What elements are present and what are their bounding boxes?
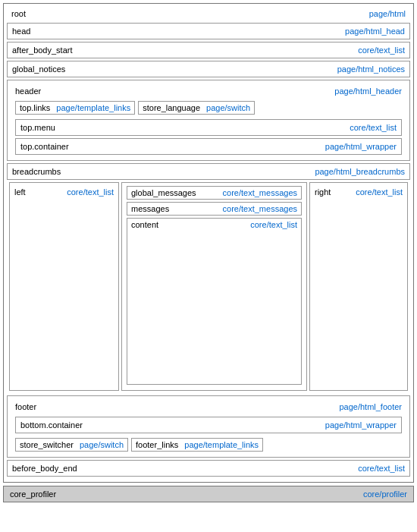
messages-type: core/text_messages [223,204,297,213]
after-body-start-type: core/text_list [358,46,405,55]
core-profiler-bar: core_profiler core/profiler [3,486,414,502]
head-block: head page/html_head [7,23,410,39]
global-messages-label: global_messages [131,188,196,197]
content-label: content [131,220,158,229]
store-switcher-label: store_switcher [20,440,74,449]
footer-label: footer [15,402,36,411]
left-col: left core/text_list [9,182,119,391]
bottom-container-block: bottom.container page/html_wrapper [15,417,402,433]
store-language-type: page/switch [206,103,250,112]
root-container: root page/html_head page/html head page/… [3,3,414,483]
bottom-container-type: page/html_wrapper [325,420,397,430]
global-notices-type: page/html_notices [337,65,405,74]
top-container-block: top.container page/html_wrapper [15,138,402,155]
breadcrumbs-label: breadcrumbs [12,167,61,176]
top-container-label: top.container [20,142,69,151]
root-label: root [11,9,26,18]
global-notices-block: global_notices page/html_notices [7,61,410,77]
head-type: page/html_head [345,27,405,36]
header-block: header page/html_header top.links page/t… [7,80,410,161]
content-type: core/text_list [250,220,297,229]
messages-block: messages core/text_messages [127,202,302,216]
breadcrumbs-type: page/html_breadcrumbs [315,167,405,176]
store-language-label: store_language [143,103,200,112]
top-menu-block: top.menu core/text_list [15,119,402,136]
core-profiler-type: core/profiler [363,490,407,499]
footer-links-label: footer_links [136,440,178,449]
global-notices-label: global_notices [12,65,65,74]
before-body-end-type: core/text_list [358,464,405,473]
three-col-layout: left core/text_list global_messages core… [7,182,410,393]
right-col-label: right [315,187,331,197]
store-language-block: store_language page/switch [138,101,255,115]
before-body-end-block: before_body_end core/text_list [7,460,410,477]
left-col-label: left [14,187,26,197]
footer-links-block: footer_links page/template_links [131,438,263,452]
after-body-start-block: after_body_start core/text_list [7,42,410,58]
global-messages-block: global_messages core/text_messages [127,186,302,200]
content-block: content core/text_list [127,218,302,385]
top-links-type: page/template_links [56,103,130,112]
top-links-block: top.links page/template_links [15,101,135,115]
top-links-label: top.links [20,103,50,112]
after-body-start-label: after_body_start [12,46,73,55]
core-profiler-label: core_profiler [10,490,56,499]
bottom-container-label: bottom.container [20,420,83,430]
header-label: header [15,87,41,96]
before-body-end-label: before_body_end [12,464,77,473]
left-col-type: core/text_list [67,187,114,197]
top-menu-label: top.menu [20,123,55,132]
footer-type: page/html_footer [339,402,402,411]
top-menu-type: core/text_list [350,123,397,132]
middle-col: global_messages core/text_messages messa… [121,182,307,391]
footer-block: footer page/html_footer bottom.container… [7,395,410,458]
store-switcher-type: page/switch [80,440,124,449]
header-type: page/html_header [334,87,402,96]
breadcrumbs-block: breadcrumbs page/html_breadcrumbs [7,163,410,180]
messages-label: messages [131,204,169,213]
root-label-row: root page/html_head page/html [7,7,410,20]
footer-links-type: page/template_links [184,440,259,449]
root-type-display: page/html [369,9,406,18]
global-messages-type: core/text_messages [223,188,297,197]
store-switcher-block: store_switcher page/switch [15,438,128,452]
right-col-type: core/text_list [356,187,403,197]
head-label: head [12,27,30,36]
right-col: right core/text_list [309,182,408,391]
top-container-type: page/html_wrapper [325,142,397,151]
